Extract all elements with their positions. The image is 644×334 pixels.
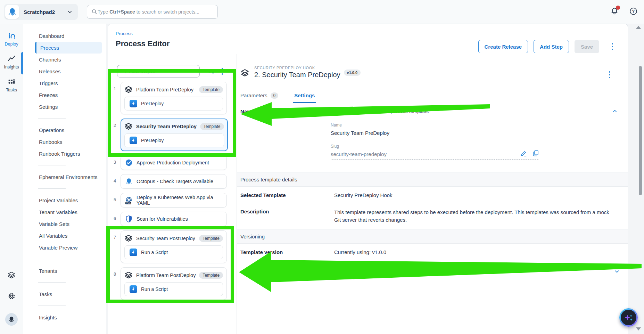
tab-settings[interactable]: Settings: [294, 88, 315, 103]
child-step-run-a-script[interactable]: Run a Script: [124, 282, 223, 296]
slug-field-value[interactable]: security-team-predeploy: [331, 149, 539, 160]
filter-steps-input[interactable]: Filter steps...: [117, 65, 200, 78]
sidebar-item-process[interactable]: Process: [35, 42, 102, 54]
sidebar-item-releases[interactable]: Releases: [23, 65, 106, 77]
step-row: 3 Approve Production Deployment: [114, 155, 227, 170]
chevron-down-icon[interactable]: [614, 268, 620, 275]
step-card-platform-team-postdeploy[interactable]: Platform Team PostDeploy Template Run a …: [121, 267, 227, 300]
step-title: Platform Team PostDeploy: [136, 272, 196, 278]
project-switcher[interactable]: Scratchpad2: [4, 4, 78, 20]
step-card-deploy-kubernetes-yaml[interactable]: YML Deploy a Kubernetes Web App via YAML: [121, 193, 227, 207]
help-icon: ?: [629, 7, 638, 16]
sidebar-item-settings[interactable]: Settings: [23, 101, 106, 113]
step-card-security-team-predeploy[interactable]: Security Team PreDeploy Template PreDepl…: [121, 119, 228, 151]
scrollbar-down-arrow[interactable]: [636, 327, 641, 331]
sidebar-item-triggers[interactable]: Triggers: [23, 77, 106, 89]
rail-item-label: Deploy: [5, 42, 18, 47]
rail-bottom: [0, 271, 23, 326]
detail-overline: SECURITY PREDEPLOY HOOK: [254, 66, 602, 70]
template-badge: Template: [199, 235, 223, 242]
sidebar-item-tenant-variables[interactable]: Tenant Variables: [23, 206, 106, 218]
sidebar-item-freezes[interactable]: Freezes: [23, 89, 106, 101]
sidebar-item-operations[interactable]: Operations: [23, 124, 106, 136]
step-number: 8: [114, 267, 121, 300]
detail-header: SECURITY PREDEPLOY HOOK 2. Security Team…: [237, 54, 628, 80]
sidebar-item-runbooks[interactable]: Runbooks: [23, 136, 106, 148]
copy-icon[interactable]: [532, 150, 539, 157]
chevron-up-icon[interactable]: [612, 108, 618, 114]
step-card-approve-production-deployment[interactable]: Approve Production Deployment: [121, 155, 227, 170]
sidebar-item-dashboard[interactable]: Dashboard: [23, 30, 106, 42]
child-step-label: Run a Script: [141, 250, 168, 255]
steps-filter-row: Filter steps...: [117, 65, 227, 78]
ai-assistant-button[interactable]: [619, 308, 638, 327]
rail-item-deploy[interactable]: Deploy: [0, 31, 23, 47]
step-title: Scan for Vulnerabilities: [137, 216, 188, 222]
octopus-logo[interactable]: [5, 5, 19, 19]
step-number: 1: [114, 82, 121, 114]
slug-field-label: Slug: [331, 144, 539, 149]
sidebar-divider: [38, 329, 66, 329]
step-card-octopus-check-targets[interactable]: Octopus - Check Targets Available: [121, 174, 227, 189]
step-row: 8 Platform Team PostDeploy Template: [114, 267, 227, 300]
filter-placeholder: Filter steps...: [129, 68, 157, 74]
template-layers-icon: [240, 68, 249, 78]
rail-item-label: Tasks: [6, 88, 17, 92]
clear-filter-icon[interactable]: [208, 68, 215, 75]
layers-icon[interactable]: [7, 271, 16, 279]
steps-menu-button[interactable]: [220, 66, 225, 77]
child-step-run-a-script[interactable]: Run a Script: [124, 245, 223, 259]
breadcrumb[interactable]: Process: [116, 31, 170, 36]
sidebar-item-project-variables[interactable]: Project Variables: [23, 194, 106, 206]
detail-overflow-menu-button[interactable]: [607, 69, 612, 80]
template-badge: Template: [199, 86, 223, 93]
octopus-step-icon: [125, 178, 133, 185]
tab-parameters[interactable]: Parameters 0: [240, 88, 278, 103]
header-actions: Create Release Add Step Save: [478, 40, 615, 53]
sidebar-item-tasks[interactable]: Tasks: [23, 288, 106, 300]
tasks-icon: [7, 77, 16, 86]
overflow-menu-button[interactable]: [610, 41, 615, 52]
step-row: 2 Security Team PreDeploy Template: [114, 119, 227, 151]
name-section-row[interactable]: Name Enter a unique name for this proces…: [237, 103, 628, 119]
global-search-input[interactable]: Type Ctrl+Space to search or switch proj…: [87, 5, 218, 19]
sidebar-item-tenants[interactable]: Tenants: [23, 265, 106, 277]
step-card-security-team-postdeploy[interactable]: Security Team PostDeploy Template Run a …: [121, 230, 227, 263]
section-process-template-details: Process template details: [237, 172, 628, 187]
edit-pencil-icon[interactable]: [520, 150, 527, 157]
sidebar-item-variable-preview[interactable]: Variable Preview: [23, 242, 106, 253]
child-step-predeploy[interactable]: PreDeploy: [124, 97, 223, 111]
template-layers-icon: [124, 271, 133, 279]
sidebar-item-all-variables[interactable]: All Variables: [23, 230, 106, 242]
step-card-scan-for-vulnerabilities[interactable]: Scan for Vulnerabilities: [121, 212, 227, 226]
template-layers-icon: [124, 85, 133, 94]
step-title: Security Team PreDeploy: [136, 124, 197, 129]
sidebar-item-insights[interactable]: Insights: [23, 311, 106, 323]
rail-item-insights[interactable]: Insights: [0, 54, 23, 70]
child-step-predeploy[interactable]: PreDeploy: [124, 133, 224, 147]
add-step-button[interactable]: Add Step: [534, 40, 569, 53]
detail-tabs: Parameters 0 Settings: [237, 88, 628, 103]
help-button[interactable]: ?: [629, 7, 638, 17]
name-field-input[interactable]: Security Team PreDeploy: [331, 128, 539, 138]
project-name: Scratchpad2: [24, 9, 67, 15]
sidebar-item-channels[interactable]: Channels: [23, 54, 106, 65]
settings-gear-icon[interactable]: [7, 292, 16, 301]
scrollbar-thumb[interactable]: [639, 66, 642, 195]
selected-template-row: Selected Template Security PreDeploy Hoo…: [237, 187, 628, 204]
step-title: Octopus - Check Targets Available: [137, 179, 213, 184]
notifications-button[interactable]: [610, 7, 619, 17]
sidebar-divider: [38, 259, 66, 259]
save-button[interactable]: Save: [575, 40, 599, 53]
create-release-button[interactable]: Create Release: [478, 40, 528, 53]
step-number: 2: [114, 119, 121, 151]
user-avatar[interactable]: [5, 313, 18, 326]
sidebar-item-variable-sets[interactable]: Variable Sets: [23, 218, 106, 230]
sidebar-item-runbook-triggers[interactable]: Runbook Triggers: [23, 148, 106, 160]
rail-item-tasks[interactable]: Tasks: [0, 77, 23, 92]
step-card-platform-team-predeploy[interactable]: Platform Team PreDeploy Template PreDepl…: [121, 82, 227, 114]
sidebar-item-ephemeral-environments[interactable]: Ephemeral Environments: [23, 171, 106, 183]
scrollbar-up-arrow[interactable]: [636, 26, 641, 29]
notification-badge: [616, 6, 620, 10]
step-row: 7 Security Team PostDeploy Template: [114, 230, 227, 263]
